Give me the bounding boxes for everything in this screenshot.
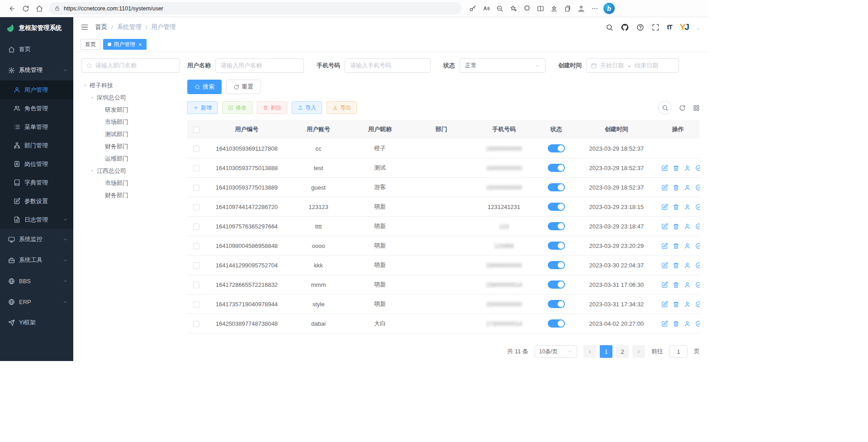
breadcrumb-system[interactable]: 系统管理 bbox=[117, 23, 142, 31]
sidebar-item[interactable]: 角色管理 bbox=[0, 99, 73, 118]
tree-node[interactable]: 财务部门 bbox=[81, 140, 180, 152]
tree-node[interactable]: 测试部门 bbox=[81, 128, 180, 140]
status-toggle[interactable] bbox=[548, 242, 565, 250]
row-assign-role-icon[interactable] bbox=[695, 320, 700, 327]
font-size-icon[interactable]: tT bbox=[667, 24, 672, 31]
dept-search-input[interactable]: 请输入部门名称 bbox=[81, 58, 180, 73]
row-checkbox[interactable] bbox=[193, 301, 199, 308]
import-button[interactable]: 导入 bbox=[292, 101, 322, 114]
status-toggle[interactable] bbox=[548, 203, 565, 211]
row-edit-icon[interactable] bbox=[661, 301, 668, 308]
table-columns-button[interactable] bbox=[693, 105, 700, 111]
refresh-icon[interactable] bbox=[19, 2, 33, 15]
export-button[interactable]: 导出 bbox=[327, 101, 357, 114]
status-toggle[interactable] bbox=[548, 183, 565, 191]
row-reset-password-icon[interactable] bbox=[684, 165, 691, 171]
goto-page-input[interactable]: 1 bbox=[669, 345, 688, 358]
reset-button[interactable]: 重置 bbox=[226, 80, 261, 94]
username-input[interactable]: 请输入用户名称 bbox=[215, 58, 304, 73]
fullscreen-icon[interactable] bbox=[652, 24, 659, 31]
row-reset-password-icon[interactable] bbox=[684, 204, 691, 210]
status-toggle[interactable] bbox=[548, 222, 565, 230]
row-reset-password-icon[interactable] bbox=[684, 281, 691, 288]
sidebar-item[interactable]: 用户管理 bbox=[0, 81, 73, 99]
favorites-icon[interactable] bbox=[547, 2, 561, 15]
sidebar-collapse-icon[interactable] bbox=[81, 23, 89, 31]
address-bar[interactable]: https://ccnetcore.com:1101/system/user bbox=[49, 2, 461, 14]
row-checkbox[interactable] bbox=[193, 282, 199, 288]
status-toggle[interactable] bbox=[548, 164, 565, 172]
tree-node[interactable]: 深圳总公司 bbox=[81, 91, 180, 104]
tree-node[interactable]: 研发部门 bbox=[81, 104, 180, 116]
row-edit-icon[interactable] bbox=[661, 184, 668, 191]
row-checkbox[interactable] bbox=[193, 146, 199, 152]
status-toggle[interactable] bbox=[548, 319, 565, 328]
sidebar-item[interactable]: 字典管理 bbox=[0, 173, 73, 192]
row-assign-role-icon[interactable] bbox=[695, 281, 700, 288]
row-reset-password-icon[interactable] bbox=[684, 262, 691, 269]
help-icon[interactable] bbox=[636, 24, 644, 31]
table-search-button[interactable] bbox=[658, 101, 672, 114]
status-toggle[interactable] bbox=[548, 280, 565, 289]
password-manager-icon[interactable] bbox=[466, 2, 479, 15]
edit-button[interactable]: 修改 bbox=[222, 101, 252, 114]
row-reset-password-icon[interactable] bbox=[684, 223, 691, 230]
row-delete-icon[interactable] bbox=[673, 223, 679, 230]
row-checkbox[interactable] bbox=[193, 243, 199, 249]
user-avatar[interactable]: YJ bbox=[680, 22, 688, 32]
row-checkbox[interactable] bbox=[193, 185, 199, 191]
phone-input[interactable]: 请输入手机号码 bbox=[345, 58, 431, 73]
sidebar-item[interactable]: Yi框架 bbox=[0, 312, 73, 333]
row-delete-icon[interactable] bbox=[673, 165, 679, 171]
select-all-checkbox[interactable] bbox=[193, 127, 199, 133]
sidebar-item[interactable]: 菜单管理 bbox=[0, 118, 73, 136]
row-assign-role-icon[interactable] bbox=[695, 204, 700, 210]
row-checkbox[interactable] bbox=[193, 223, 199, 230]
row-delete-icon[interactable] bbox=[673, 281, 679, 288]
row-assign-role-icon[interactable] bbox=[695, 184, 700, 191]
tree-node[interactable]: 财务部门 bbox=[81, 189, 180, 201]
sidebar-item[interactable]: ERP bbox=[0, 291, 73, 312]
row-assign-role-icon[interactable] bbox=[695, 223, 700, 230]
search-button[interactable]: 搜索 bbox=[187, 80, 222, 94]
sidebar-item[interactable]: 系统监控 bbox=[0, 229, 73, 250]
page-button-1[interactable]: 1 bbox=[600, 345, 612, 358]
row-checkbox[interactable] bbox=[193, 204, 199, 210]
page-button-2[interactable]: 2 bbox=[616, 345, 629, 358]
row-reset-password-icon[interactable] bbox=[684, 301, 691, 308]
row-checkbox[interactable] bbox=[193, 321, 199, 327]
add-button[interactable]: 新增 bbox=[187, 101, 218, 114]
sidebar-item[interactable]: BBS bbox=[0, 271, 73, 291]
tree-node[interactable]: 江西总公司 bbox=[81, 165, 180, 177]
row-edit-icon[interactable] bbox=[661, 165, 668, 171]
tab-close-icon[interactable]: × bbox=[138, 42, 142, 48]
breadcrumb-user[interactable]: 用户管理 bbox=[152, 23, 176, 31]
next-page-button[interactable]: › bbox=[632, 345, 645, 358]
row-edit-icon[interactable] bbox=[661, 281, 668, 288]
browser-profile-avatar[interactable] bbox=[574, 2, 588, 15]
row-reset-password-icon[interactable] bbox=[684, 184, 691, 191]
row-edit-icon[interactable] bbox=[661, 262, 668, 269]
sidebar-item[interactable]: 日志管理 bbox=[0, 210, 73, 229]
row-assign-role-icon[interactable] bbox=[695, 165, 700, 171]
tree-node[interactable]: 橙子科技 bbox=[81, 79, 180, 91]
breadcrumb-home[interactable]: 首页 bbox=[95, 23, 107, 31]
row-delete-icon[interactable] bbox=[673, 184, 679, 191]
row-checkbox[interactable] bbox=[193, 262, 199, 269]
row-edit-icon[interactable] bbox=[661, 242, 668, 249]
tree-node[interactable]: 运维部门 bbox=[81, 152, 180, 165]
zoom-icon[interactable] bbox=[493, 2, 507, 15]
row-reset-password-icon[interactable] bbox=[684, 320, 691, 327]
date-range-input[interactable]: 开始日期 - 结束日期 bbox=[586, 58, 679, 73]
row-assign-role-icon[interactable] bbox=[695, 262, 700, 269]
read-aloud-icon[interactable] bbox=[479, 2, 493, 15]
row-reset-password-icon[interactable] bbox=[684, 242, 691, 249]
page-size-select[interactable]: 10条/页 bbox=[535, 345, 577, 358]
row-delete-icon[interactable] bbox=[673, 320, 679, 327]
tab-user-management[interactable]: 用户管理× bbox=[103, 39, 147, 50]
header-search-icon[interactable] bbox=[606, 24, 613, 31]
row-delete-icon[interactable] bbox=[673, 301, 679, 308]
tab-home[interactable]: 首页 bbox=[81, 39, 100, 50]
row-edit-icon[interactable] bbox=[661, 320, 668, 327]
row-edit-icon[interactable] bbox=[661, 204, 668, 210]
